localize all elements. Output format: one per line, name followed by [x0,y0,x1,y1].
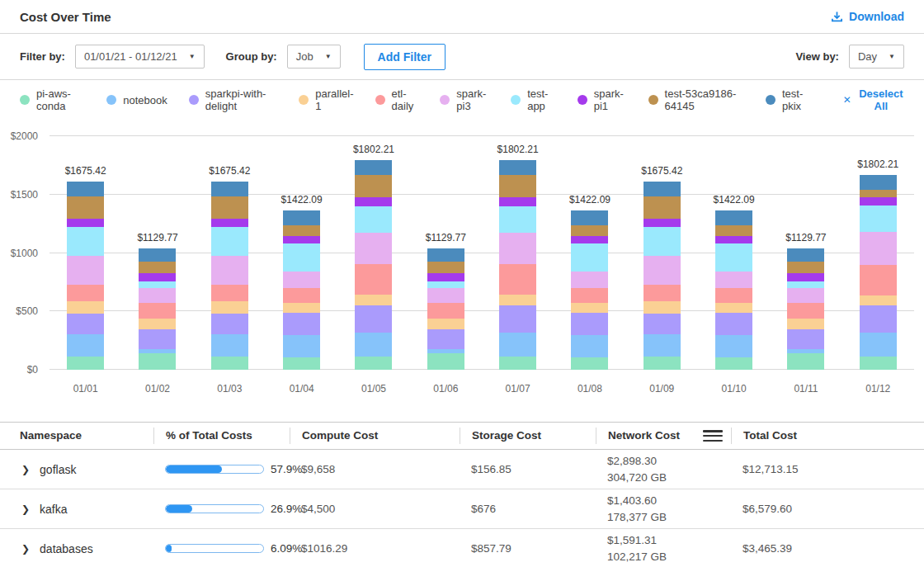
bar-segment-parallel-1[interactable] [355,295,392,305]
bar-segment-etl-daily[interactable] [644,285,681,301]
bar-segment-notebook[interactable] [715,335,752,357]
bar-segment-spark-pi1[interactable] [139,273,176,281]
bar-group-01-12[interactable]: $1802.2101/12 [842,136,914,370]
column-header-namespace[interactable]: Namespace [0,428,153,444]
bar-segment-pi-aws-conda[interactable] [715,357,752,370]
add-filter-button[interactable]: Add Filter [364,44,446,70]
bar-segment-sparkpi-with-delight[interactable] [860,305,897,333]
bar-group-01-10[interactable]: $1422.0901/10 [698,136,770,370]
bar-segment-notebook[interactable] [67,334,104,357]
bar-segment-etl-daily[interactable] [715,288,752,303]
bar-segment-test-53ca9186-64145[interactable] [787,262,824,273]
bar-segment-etl-daily[interactable] [787,303,824,318]
bar-segment-test-pkix[interactable] [211,182,248,196]
bar-segment-etl-daily[interactable] [139,303,176,318]
deselect-all-button[interactable]: ✕Deselect All [843,87,904,112]
bar-segment-test-53ca9186-64145[interactable] [644,196,681,220]
bar-segment-spark-pi1[interactable] [787,273,824,281]
bar-segment-test-app[interactable] [211,227,248,256]
group-by-dropdown[interactable]: Job ▼ [287,45,341,69]
bar-segment-test-app[interactable] [860,206,897,231]
bar-segment-spark-pi3[interactable] [499,233,536,264]
legend-item-etl-daily[interactable]: etl-daily [375,87,419,112]
bar-segment-spark-pi3[interactable] [571,272,608,288]
bar-segment-test-app[interactable] [139,281,176,288]
bar-segment-test-pkix[interactable] [139,248,176,262]
bar-segment-etl-daily[interactable] [571,288,608,303]
bar-segment-test-pkix[interactable] [499,160,536,175]
bar-segment-parallel-1[interactable] [644,301,681,314]
bar-segment-pi-aws-conda[interactable] [571,357,608,370]
bar-segment-test-app[interactable] [427,281,464,288]
bar-segment-test-pkix[interactable] [427,248,464,262]
bar-segment-test-53ca9186-64145[interactable] [499,175,536,197]
bar-segment-sparkpi-with-delight[interactable] [571,313,608,336]
bar-segment-sparkpi-with-delight[interactable] [283,313,320,336]
bar-segment-spark-pi3[interactable] [787,288,824,304]
bar-segment-sparkpi-with-delight[interactable] [499,305,536,333]
bar-group-01-05[interactable]: $1802.2101/05 [337,136,409,370]
bar-segment-etl-daily[interactable] [67,285,104,301]
bar-segment-parallel-1[interactable] [787,319,824,329]
bar-group-01-11[interactable]: $1129.7701/11 [770,136,842,370]
bar-segment-sparkpi-with-delight[interactable] [67,314,104,334]
bar-segment-spark-pi3[interactable] [355,233,392,264]
bar-segment-sparkpi-with-delight[interactable] [644,314,681,334]
bar-segment-pi-aws-conda[interactable] [139,353,176,371]
bar-segment-spark-pi1[interactable] [427,273,464,281]
bar-segment-test-app[interactable] [571,243,608,271]
bar-segment-parallel-1[interactable] [139,319,176,329]
bar-segment-spark-pi1[interactable] [571,236,608,243]
bar-segment-test-app[interactable] [715,243,752,271]
bar-segment-test-app[interactable] [787,281,824,288]
date-range-dropdown[interactable]: 01/01/21 - 01/12/21 ▼ [75,45,205,69]
bar-segment-pi-aws-conda[interactable] [355,357,392,370]
bar-segment-spark-pi3[interactable] [211,256,248,285]
column-header-compute-cost[interactable]: Compute Cost [290,428,460,444]
bar-segment-test-pkix[interactable] [355,160,392,175]
column-header-storage-cost[interactable]: Storage Cost [460,428,596,444]
bar-segment-notebook[interactable] [283,335,320,357]
bar-segment-spark-pi3[interactable] [139,288,176,304]
bar-segment-spark-pi1[interactable] [355,197,392,206]
bar-segment-notebook[interactable] [860,333,897,357]
bar-segment-test-53ca9186-64145[interactable] [715,225,752,236]
bar-segment-etl-daily[interactable] [283,288,320,303]
table-row-kafka[interactable]: ❯kafka26.9%$4,500$676$1,403.60178,377 GB… [0,489,924,529]
bar-segment-pi-aws-conda[interactable] [67,357,104,370]
bar-segment-spark-pi1[interactable] [67,219,104,227]
bar-segment-test-app[interactable] [499,206,536,233]
bar-segment-test-app[interactable] [355,206,392,233]
bar-segment-sparkpi-with-delight[interactable] [787,329,824,349]
bar-segment-spark-pi3[interactable] [860,232,897,265]
expand-chevron-icon[interactable]: ❯ [21,464,30,475]
bar-segment-parallel-1[interactable] [860,295,897,305]
expand-chevron-icon[interactable]: ❯ [21,503,30,515]
bar-segment-spark-pi1[interactable] [283,236,320,243]
legend-item-spark-pi1[interactable]: spark-pi1 [578,87,627,112]
legend-item-notebook[interactable]: notebook [106,94,167,106]
bar-segment-notebook[interactable] [499,333,536,357]
column-header-network-cost[interactable]: Network Cost [596,428,731,444]
bar-segment-parallel-1[interactable] [67,301,104,314]
legend-item-test-53ca9186-64145[interactable]: test-53ca9186-64145 [648,87,744,112]
bar-segment-spark-pi1[interactable] [860,197,897,206]
legend-item-test-pkix[interactable]: test-pkix [766,87,812,112]
bar-segment-test-app[interactable] [644,227,681,256]
bar-segment-etl-daily[interactable] [860,265,897,295]
column-header-percent-total[interactable]: % of Total Costs [153,428,290,444]
bar-segment-spark-pi3[interactable] [67,256,104,285]
bar-segment-test-pkix[interactable] [715,210,752,225]
bar-segment-test-53ca9186-64145[interactable] [139,262,176,273]
bar-segment-test-53ca9186-64145[interactable] [67,196,104,220]
legend-item-pi-aws-conda[interactable]: pi-aws-conda [20,87,85,112]
column-settings-icon[interactable] [703,430,723,442]
bar-segment-etl-daily[interactable] [355,264,392,295]
bar-segment-pi-aws-conda[interactable] [644,357,681,370]
bar-segment-parallel-1[interactable] [499,295,536,305]
bar-segment-test-53ca9186-64145[interactable] [283,225,320,236]
bar-group-01-07[interactable]: $1802.2101/07 [482,136,554,370]
bar-segment-pi-aws-conda[interactable] [860,357,897,370]
bar-segment-notebook[interactable] [211,334,248,357]
bar-group-01-08[interactable]: $1422.0901/08 [554,136,625,370]
